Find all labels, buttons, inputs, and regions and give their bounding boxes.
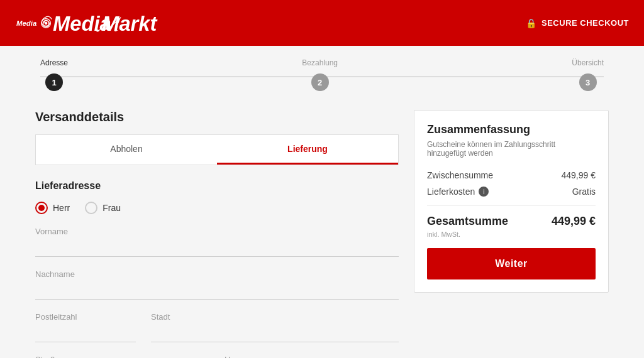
lock-icon: 🔒 [526, 18, 537, 28]
gesamtsumme-label: Gesamtsumme [427, 215, 508, 228]
postleitzahl-field: Postleitzahl [35, 312, 136, 342]
left-column: Versanddetails Abholen Lieferung Liefera… [35, 110, 399, 358]
vat-label: inkl. MwSt. [427, 231, 596, 238]
svg-text:𝓜: 𝓜 [96, 11, 121, 35]
summary-card: Zusammenfassung Gutscheine können im Zah… [414, 110, 609, 293]
vorname-label: Vorname [35, 227, 399, 236]
nachname-label: Nachname [35, 269, 399, 279]
stadt-input[interactable] [151, 324, 399, 342]
summary-subtitle: Gutscheine können im Zahlungsschritt hin… [427, 140, 596, 158]
step-2-label: Bezahlung [302, 58, 338, 67]
svg-point-3 [45, 21, 48, 24]
vorname-input[interactable] [35, 239, 399, 257]
tab-lieferung[interactable]: Lieferung [217, 135, 398, 165]
main-content: Adresse 1 Bezahlung 2 Übersicht 3 [20, 46, 624, 358]
radio-herr-circle [35, 202, 48, 214]
radio-frau[interactable]: Frau [85, 202, 121, 214]
postleitzahl-label: Postleitzahl [35, 312, 136, 322]
radio-herr[interactable]: Herr [35, 202, 70, 214]
lieferadresse-title: Lieferadresse [35, 180, 399, 192]
logo: Media Media Markt 𝓜 [15, 8, 166, 39]
lieferkosten-label: Lieferkosten [427, 187, 475, 197]
stadt-field: Stadt [151, 312, 399, 342]
progress-step-3: Übersicht 3 [572, 58, 604, 91]
zwischensumme-value: 449,99 € [562, 170, 596, 180]
radio-frau-circle [85, 202, 97, 214]
nachname-input[interactable] [35, 281, 399, 300]
vorname-field: Vorname [35, 227, 399, 257]
step-1-label: Adresse [40, 58, 68, 67]
zwischensumme-row: Zwischensumme 449,99 € [427, 170, 596, 180]
lieferkosten-row: Lieferkosten i Gratis [427, 187, 596, 197]
hausnummer-label: Hausnummer [225, 355, 399, 358]
tab-abholen[interactable]: Abholen [36, 135, 217, 165]
secure-checkout-label: 🔒 SECURE CHECKOUT [526, 18, 629, 28]
salutation-group: Herr Frau [35, 202, 399, 214]
hausnummer-field: Hausnummer [225, 355, 399, 358]
lieferkosten-value: Gratis [572, 187, 596, 197]
summary-title: Zusammenfassung [427, 123, 596, 136]
progress-step-1: Adresse 1 [40, 58, 68, 91]
gesamtsumme-value: 449,99 € [552, 215, 596, 228]
progress-bar: Adresse 1 Bezahlung 2 Übersicht 3 [35, 58, 609, 91]
weiter-button[interactable]: Weiter [427, 248, 596, 279]
delivery-tabs: Abholen Lieferung [35, 134, 399, 165]
radio-herr-label: Herr [53, 203, 70, 213]
summary-divider [427, 205, 596, 206]
progress-steps: Adresse 1 Bezahlung 2 Übersicht 3 [40, 58, 604, 91]
nachname-field: Nachname [35, 269, 399, 300]
lieferkosten-label-group: Lieferkosten i [427, 187, 489, 197]
postleitzahl-input[interactable] [35, 324, 136, 342]
lieferkosten-info-icon[interactable]: i [479, 187, 489, 197]
stadt-label: Stadt [151, 312, 399, 322]
versanddetails-title: Versanddetails [35, 110, 399, 124]
radio-frau-label: Frau [103, 203, 121, 213]
step-1-circle: 1 [45, 73, 63, 91]
svg-text:Media: Media [16, 19, 36, 26]
page-header: Media Media Markt 𝓜 🔒 SECURE CHECKOUT [0, 0, 644, 46]
strasse-hausnummer-row: Straße Hausnummer [35, 355, 399, 358]
zwischensumme-label: Zwischensumme [427, 170, 493, 180]
radio-herr-inner [38, 205, 45, 211]
step-2-circle: 2 [311, 73, 329, 91]
strasse-label: Straße [35, 355, 209, 358]
strasse-field: Straße [35, 355, 209, 358]
right-column: Zusammenfassung Gutscheine können im Zah… [414, 110, 609, 293]
step-3-label: Übersicht [572, 58, 604, 67]
progress-step-2: Bezahlung 2 [302, 58, 338, 91]
gesamtsumme-row: Gesamtsumme 449,99 € [427, 215, 596, 228]
two-column-layout: Versanddetails Abholen Lieferung Liefera… [35, 110, 609, 358]
plz-stadt-row: Postleitzahl Stadt [35, 312, 399, 355]
step-3-circle: 3 [579, 73, 597, 91]
